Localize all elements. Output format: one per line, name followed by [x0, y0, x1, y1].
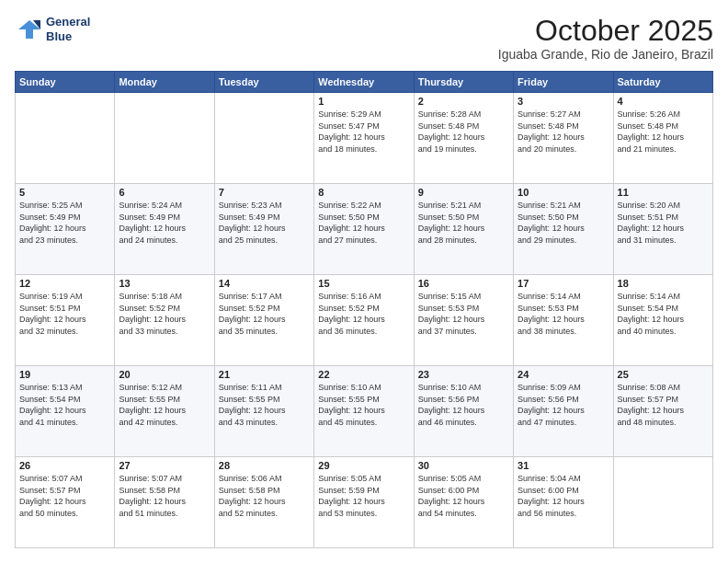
calendar-cell: 3Sunrise: 5:27 AM Sunset: 5:48 PM Daylig… [514, 93, 613, 184]
day-info: Sunrise: 5:29 AM Sunset: 5:47 PM Dayligh… [318, 109, 409, 155]
day-info: Sunrise: 5:04 AM Sunset: 6:00 PM Dayligh… [518, 473, 609, 519]
calendar-cell: 22Sunrise: 5:10 AM Sunset: 5:55 PM Dayli… [314, 366, 414, 457]
logo-text: General Blue [46, 15, 90, 43]
day-number: 19 [19, 369, 110, 380]
day-info: Sunrise: 5:28 AM Sunset: 5:48 PM Dayligh… [418, 109, 509, 155]
day-number: 24 [518, 369, 609, 380]
calendar-cell: 23Sunrise: 5:10 AM Sunset: 5:56 PM Dayli… [414, 366, 513, 457]
calendar-cell: 16Sunrise: 5:15 AM Sunset: 5:53 PM Dayli… [414, 275, 513, 366]
logo-line1: General [46, 15, 90, 29]
calendar-cell: 31Sunrise: 5:04 AM Sunset: 6:00 PM Dayli… [514, 457, 613, 548]
col-header-wednesday: Wednesday [314, 72, 414, 93]
calendar-cell: 27Sunrise: 5:07 AM Sunset: 5:58 PM Dayli… [115, 457, 214, 548]
day-number: 6 [119, 187, 210, 198]
calendar-cell: 2Sunrise: 5:28 AM Sunset: 5:48 PM Daylig… [414, 93, 513, 184]
logo: General Blue [15, 15, 90, 43]
day-info: Sunrise: 5:11 AM Sunset: 5:55 PM Dayligh… [219, 382, 310, 428]
day-number: 18 [618, 278, 709, 289]
calendar-cell: 28Sunrise: 5:06 AM Sunset: 5:58 PM Dayli… [214, 457, 313, 548]
col-header-tuesday: Tuesday [214, 72, 313, 93]
day-info: Sunrise: 5:14 AM Sunset: 5:54 PM Dayligh… [618, 291, 709, 337]
day-number: 2 [418, 96, 509, 107]
calendar-cell: 30Sunrise: 5:05 AM Sunset: 6:00 PM Dayli… [414, 457, 513, 548]
calendar-week-2: 5Sunrise: 5:25 AM Sunset: 5:49 PM Daylig… [16, 184, 713, 275]
day-info: Sunrise: 5:09 AM Sunset: 5:56 PM Dayligh… [518, 382, 609, 428]
day-number: 4 [618, 96, 709, 107]
day-info: Sunrise: 5:17 AM Sunset: 5:52 PM Dayligh… [219, 291, 310, 337]
day-number: 29 [318, 460, 409, 471]
calendar-cell: 5Sunrise: 5:25 AM Sunset: 5:49 PM Daylig… [16, 184, 115, 275]
calendar-cell: 11Sunrise: 5:20 AM Sunset: 5:51 PM Dayli… [613, 184, 712, 275]
day-info: Sunrise: 5:06 AM Sunset: 5:58 PM Dayligh… [219, 473, 310, 519]
day-number: 22 [318, 369, 409, 380]
calendar-cell: 7Sunrise: 5:23 AM Sunset: 5:49 PM Daylig… [214, 184, 313, 275]
day-info: Sunrise: 5:22 AM Sunset: 5:50 PM Dayligh… [318, 200, 409, 246]
day-info: Sunrise: 5:14 AM Sunset: 5:53 PM Dayligh… [518, 291, 609, 337]
page: General Blue October 2025 Iguaba Grande,… [0, 0, 728, 563]
calendar-cell: 26Sunrise: 5:07 AM Sunset: 5:57 PM Dayli… [16, 457, 115, 548]
day-number: 14 [219, 278, 310, 289]
day-number: 30 [418, 460, 509, 471]
day-number: 5 [19, 187, 110, 198]
calendar-cell: 29Sunrise: 5:05 AM Sunset: 5:59 PM Dayli… [314, 457, 414, 548]
day-number: 27 [119, 460, 210, 471]
day-info: Sunrise: 5:10 AM Sunset: 5:55 PM Dayligh… [318, 382, 409, 428]
day-number: 8 [318, 187, 409, 198]
calendar-cell [16, 93, 115, 184]
location: Iguaba Grande, Rio de Janeiro, Brazil [498, 47, 713, 62]
logo-icon [15, 17, 42, 42]
day-number: 28 [219, 460, 310, 471]
day-info: Sunrise: 5:27 AM Sunset: 5:48 PM Dayligh… [518, 109, 609, 155]
calendar-cell: 10Sunrise: 5:21 AM Sunset: 5:50 PM Dayli… [514, 184, 613, 275]
day-number: 9 [418, 187, 509, 198]
day-number: 7 [219, 187, 310, 198]
col-header-saturday: Saturday [613, 72, 712, 93]
day-number: 13 [119, 278, 210, 289]
day-info: Sunrise: 5:08 AM Sunset: 5:57 PM Dayligh… [618, 382, 709, 428]
day-number: 23 [418, 369, 509, 380]
calendar-cell [613, 457, 712, 548]
col-header-friday: Friday [514, 72, 613, 93]
calendar-cell: 19Sunrise: 5:13 AM Sunset: 5:54 PM Dayli… [16, 366, 115, 457]
day-number: 15 [318, 278, 409, 289]
calendar-cell: 9Sunrise: 5:21 AM Sunset: 5:50 PM Daylig… [414, 184, 513, 275]
day-info: Sunrise: 5:18 AM Sunset: 5:52 PM Dayligh… [119, 291, 210, 337]
day-info: Sunrise: 5:21 AM Sunset: 5:50 PM Dayligh… [418, 200, 509, 246]
calendar-table: SundayMondayTuesdayWednesdayThursdayFrid… [15, 71, 713, 548]
calendar-header-row: SundayMondayTuesdayWednesdayThursdayFrid… [16, 72, 713, 93]
day-info: Sunrise: 5:07 AM Sunset: 5:58 PM Dayligh… [119, 473, 210, 519]
calendar-cell: 18Sunrise: 5:14 AM Sunset: 5:54 PM Dayli… [613, 275, 712, 366]
calendar-cell: 21Sunrise: 5:11 AM Sunset: 5:55 PM Dayli… [214, 366, 313, 457]
calendar-cell: 8Sunrise: 5:22 AM Sunset: 5:50 PM Daylig… [314, 184, 414, 275]
calendar-cell: 14Sunrise: 5:17 AM Sunset: 5:52 PM Dayli… [214, 275, 313, 366]
calendar-cell [214, 93, 313, 184]
calendar-cell: 24Sunrise: 5:09 AM Sunset: 5:56 PM Dayli… [514, 366, 613, 457]
calendar-cell: 20Sunrise: 5:12 AM Sunset: 5:55 PM Dayli… [115, 366, 214, 457]
day-number: 20 [119, 369, 210, 380]
calendar-cell: 13Sunrise: 5:18 AM Sunset: 5:52 PM Dayli… [115, 275, 214, 366]
calendar-cell [115, 93, 214, 184]
col-header-monday: Monday [115, 72, 214, 93]
day-number: 11 [618, 187, 709, 198]
month-title: October 2025 [498, 15, 713, 47]
day-info: Sunrise: 5:24 AM Sunset: 5:49 PM Dayligh… [119, 200, 210, 246]
day-info: Sunrise: 5:10 AM Sunset: 5:56 PM Dayligh… [418, 382, 509, 428]
day-number: 26 [19, 460, 110, 471]
day-info: Sunrise: 5:25 AM Sunset: 5:49 PM Dayligh… [19, 200, 110, 246]
day-info: Sunrise: 5:26 AM Sunset: 5:48 PM Dayligh… [618, 109, 709, 155]
calendar-week-3: 12Sunrise: 5:19 AM Sunset: 5:51 PM Dayli… [16, 275, 713, 366]
header: General Blue October 2025 Iguaba Grande,… [15, 15, 713, 62]
day-info: Sunrise: 5:05 AM Sunset: 5:59 PM Dayligh… [318, 473, 409, 519]
day-number: 21 [219, 369, 310, 380]
day-number: 12 [19, 278, 110, 289]
calendar-cell: 25Sunrise: 5:08 AM Sunset: 5:57 PM Dayli… [613, 366, 712, 457]
calendar-cell: 12Sunrise: 5:19 AM Sunset: 5:51 PM Dayli… [16, 275, 115, 366]
day-number: 17 [518, 278, 609, 289]
day-number: 25 [618, 369, 709, 380]
day-info: Sunrise: 5:16 AM Sunset: 5:52 PM Dayligh… [318, 291, 409, 337]
day-number: 3 [518, 96, 609, 107]
day-number: 1 [318, 96, 409, 107]
day-info: Sunrise: 5:15 AM Sunset: 5:53 PM Dayligh… [418, 291, 509, 337]
day-info: Sunrise: 5:20 AM Sunset: 5:51 PM Dayligh… [618, 200, 709, 246]
day-info: Sunrise: 5:07 AM Sunset: 5:57 PM Dayligh… [19, 473, 110, 519]
